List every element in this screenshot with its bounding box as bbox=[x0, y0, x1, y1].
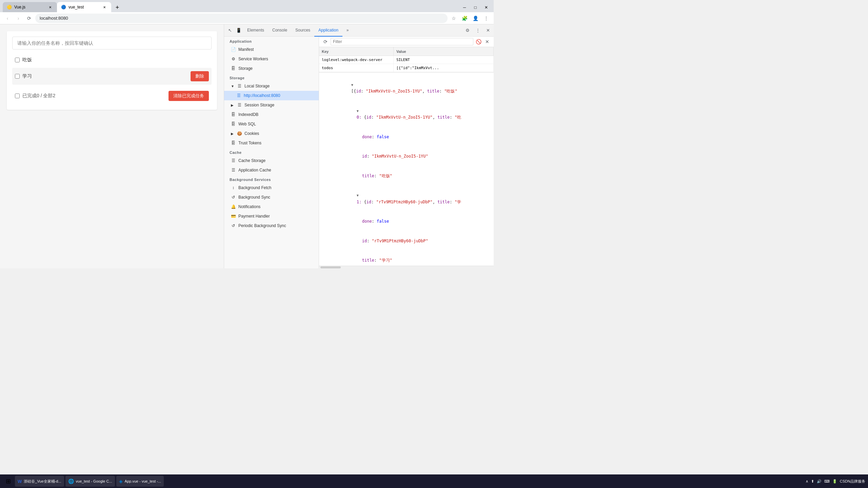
table-body: loglevel:webpack-dev-server SILENT todos… bbox=[319, 56, 494, 72]
sidebar-item-payment-handler[interactable]: 💳 Payment Handler bbox=[224, 211, 319, 221]
cell-value-2: [{"id":"IkmMxVvt... bbox=[394, 64, 494, 72]
maximize-button[interactable]: □ bbox=[471, 3, 480, 12]
sidebar-label-storage-app: Storage bbox=[238, 66, 253, 71]
sidebar-item-localhost[interactable]: ☰ http://localhost:8080 bbox=[224, 91, 319, 100]
json-key-done-1: done bbox=[362, 135, 372, 139]
select-all-checkbox[interactable] bbox=[15, 94, 20, 98]
periodic-bg-sync-icon: ↺ bbox=[231, 223, 236, 228]
filter-x-button[interactable]: ✕ bbox=[484, 38, 491, 45]
background-fetch-icon: ↕ bbox=[231, 185, 236, 190]
devtools-settings-icon[interactable]: ⚙ bbox=[463, 26, 472, 35]
extensions-button[interactable]: 🧩 bbox=[460, 14, 469, 23]
sidebar-label-local-storage: Local Storage bbox=[244, 84, 270, 88]
tab-more[interactable]: » bbox=[342, 24, 353, 37]
json-key-id-1: id bbox=[362, 154, 367, 159]
json-expand-1[interactable]: ▼ bbox=[357, 109, 359, 113]
delete-button-2[interactable]: 删除 bbox=[191, 71, 209, 81]
clear-completed-button[interactable]: 清除已完成任务 bbox=[169, 91, 209, 101]
sidebar-item-cache-storage[interactable]: ☰ Cache Storage bbox=[224, 156, 319, 165]
new-tab-button[interactable]: + bbox=[113, 3, 122, 12]
devtools-sidebar: Application 📄 Manifest ⚙ Service Workers… bbox=[224, 37, 319, 268]
storage-section-header: Storage bbox=[224, 73, 319, 81]
scrollbar-thumb[interactable] bbox=[320, 266, 341, 268]
sidebar-item-storage-app[interactable]: 🗄 Storage bbox=[224, 64, 319, 73]
tab-sources[interactable]: Sources bbox=[291, 24, 314, 37]
todo-input[interactable] bbox=[12, 37, 212, 49]
json-line-1: ▼ 0: {id: "IkmMxVvtU-n_ZooI5-1YU", title… bbox=[322, 101, 491, 127]
json-expand-5[interactable]: ▼ bbox=[357, 194, 359, 197]
tab-bar: 🟡 Vue.js ✕ 🔵 vue_test ✕ + ─ □ ✕ bbox=[0, 0, 494, 12]
todo-count: 已完成0 / 全部2 bbox=[22, 93, 166, 99]
sidebar-item-web-sql[interactable]: 🗄 Web SQL bbox=[224, 119, 319, 129]
filter-bar: ⟳ 🚫 ✕ bbox=[319, 37, 494, 47]
todo-footer: 已完成0 / 全部2 清除已完成任务 bbox=[12, 87, 212, 104]
back-button[interactable]: ‹ bbox=[3, 14, 12, 23]
json-expand-0[interactable]: ▼ bbox=[351, 83, 353, 87]
browser-menu-button[interactable]: ⋮ bbox=[481, 14, 491, 23]
tab-console[interactable]: Console bbox=[268, 24, 291, 37]
horizontal-scrollbar[interactable] bbox=[319, 266, 494, 268]
json-text-5: 1: {id: "rTv9M1PtmzHBy60-juDbP", title: … bbox=[357, 200, 461, 204]
sidebar-item-application-cache[interactable]: ☰ Application Cache bbox=[224, 165, 319, 175]
minimize-button[interactable]: ─ bbox=[460, 3, 469, 12]
devtools-responsive-icon[interactable]: 📱 bbox=[234, 26, 243, 35]
forward-button[interactable]: › bbox=[14, 14, 23, 23]
todo-checkbox-2[interactable] bbox=[15, 74, 20, 79]
cache-storage-icon: ☰ bbox=[231, 158, 236, 163]
sidebar-label-background-sync: Background Sync bbox=[238, 195, 270, 200]
sidebar-item-local-storage[interactable]: ▼ ☰ Local Storage bbox=[224, 81, 319, 91]
sidebar-item-background-fetch[interactable]: ↕ Background Fetch bbox=[224, 183, 319, 192]
header-key: Key bbox=[319, 47, 394, 56]
filter-input[interactable] bbox=[331, 38, 473, 45]
table-row-1[interactable]: loglevel:webpack-dev-server SILENT bbox=[319, 56, 494, 64]
todo-text-2: 学习 bbox=[22, 73, 188, 79]
tab-vuejs[interactable]: 🟡 Vue.js ✕ bbox=[3, 2, 57, 12]
json-line-4: title: "吃饭" bbox=[322, 166, 491, 186]
filter-refresh-button[interactable]: ⟳ bbox=[322, 38, 329, 45]
profile-button[interactable]: 👤 bbox=[471, 14, 480, 23]
cookies-chevron: ▶ bbox=[231, 132, 234, 136]
background-sync-icon: ↺ bbox=[231, 195, 236, 200]
sidebar-item-service-workers[interactable]: ⚙ Service Workers bbox=[224, 54, 319, 64]
devtools-menu-icon[interactable]: ⋮ bbox=[473, 26, 482, 35]
sidebar-item-periodic-bg-sync[interactable]: ↺ Periodic Background Sync bbox=[224, 221, 319, 230]
close-button[interactable]: ✕ bbox=[481, 3, 491, 12]
tab-application[interactable]: Application bbox=[314, 24, 342, 37]
devtools-tab-icons: ⚙ ⋮ ✕ bbox=[463, 26, 492, 35]
tab-close-vue-test[interactable]: ✕ bbox=[102, 4, 107, 10]
tab-title-vuejs: Vue.js bbox=[14, 5, 45, 9]
tab-vue-test[interactable]: 🔵 vue_test ✕ bbox=[57, 2, 111, 12]
bookmark-button[interactable]: ☆ bbox=[449, 14, 458, 23]
sidebar-item-manifest[interactable]: 📄 Manifest bbox=[224, 45, 319, 54]
table-row-2[interactable]: todos [{"id":"IkmMxVvt... bbox=[319, 64, 494, 72]
key-value-2: todos bbox=[322, 66, 333, 70]
sidebar-item-session-storage[interactable]: ▶ ☰ Session Storage bbox=[224, 100, 319, 110]
sidebar-item-indexeddb[interactable]: 🗄 IndexedDB bbox=[224, 110, 319, 119]
tab-elements[interactable]: Elements bbox=[243, 24, 268, 37]
cell-key-1: loglevel:webpack-dev-server bbox=[319, 56, 394, 64]
table-header: Key Value bbox=[319, 47, 494, 56]
tab-close-vuejs[interactable]: ✕ bbox=[47, 4, 53, 10]
tab-title-vue-test: vue_test bbox=[68, 5, 99, 9]
filter-clear-button[interactable]: 🚫 bbox=[475, 38, 482, 45]
devtools-pointer-icon[interactable]: ↖ bbox=[225, 26, 234, 35]
todo-checkbox-1[interactable] bbox=[15, 58, 20, 62]
address-bar[interactable]: localhost:8080 bbox=[35, 14, 448, 23]
local-storage-icon: ☰ bbox=[237, 84, 242, 88]
payment-handler-icon: 💳 bbox=[231, 214, 236, 219]
storage-app-icon: 🗄 bbox=[231, 66, 236, 71]
sidebar-item-background-sync[interactable]: ↺ Background Sync bbox=[224, 192, 319, 202]
sidebar-item-trust-tokens[interactable]: 🗄 Trust Tokens bbox=[224, 138, 319, 148]
json-line-5: ▼ 1: {id: "rTv9M1PtmzHBy60-juDbP", title… bbox=[322, 186, 491, 212]
reload-button[interactable]: ⟳ bbox=[24, 14, 34, 23]
sidebar-label-payment-handler: Payment Handler bbox=[238, 214, 270, 219]
val-value-2: [{"id":"IkmMxVvt... bbox=[396, 66, 439, 70]
json-val-title-2: "学习" bbox=[379, 258, 392, 263]
sidebar-item-notifications[interactable]: 🔔 Notifications bbox=[224, 202, 319, 211]
devtools-close-icon[interactable]: ✕ bbox=[484, 26, 492, 35]
vue-app: 吃饭 学习 删除 已完成0 / 全部2 清除已完成任务 bbox=[0, 24, 224, 268]
sidebar-label-indexeddb: IndexedDB bbox=[238, 112, 258, 117]
cell-key-2: todos bbox=[319, 64, 394, 72]
sidebar-label-background-fetch: Background Fetch bbox=[238, 185, 271, 190]
sidebar-item-cookies[interactable]: ▶ 🍪 Cookies bbox=[224, 129, 319, 138]
